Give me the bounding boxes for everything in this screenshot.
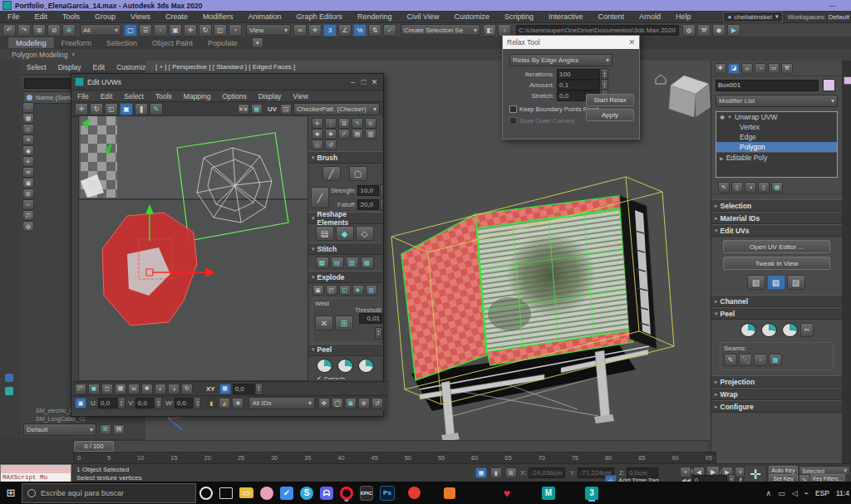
falloff-field[interactable]: 20,0 (357, 199, 379, 210)
filter-spacewarps-icon[interactable]: ≋ (22, 167, 34, 178)
menu-item[interactable]: Graph Editors (288, 12, 350, 21)
explorer-lock-icon[interactable]: ▤ (113, 424, 125, 435)
peel-reset-icon[interactable] (782, 323, 798, 337)
menu-item[interactable]: File (0, 12, 27, 21)
select-link-icon[interactable]: ⊞ (32, 24, 46, 37)
uvw-menu-item[interactable]: File (71, 92, 95, 100)
stitch-average-icon[interactable]: ▤ (331, 257, 344, 269)
ribbon-tab[interactable]: Populate (200, 37, 245, 48)
remove-modifier-icon[interactable]: ▯ (758, 182, 770, 193)
scale-icon[interactable]: ◱ (214, 24, 227, 37)
threshold-field[interactable]: 0,01 (359, 313, 382, 324)
uv-canvas[interactable] (78, 115, 308, 381)
tray-expand-icon[interactable]: ∧ (766, 489, 772, 497)
w-field[interactable]: 0,0 (175, 398, 194, 409)
peel-pin-icon[interactable] (358, 359, 374, 373)
modify-tab-icon[interactable]: ◪ (728, 63, 740, 74)
ribbon-config-icon[interactable]: ▾ (252, 37, 263, 48)
rollout-peel[interactable]: Peel (711, 307, 842, 320)
make-unique-icon[interactable]: ◑ (745, 182, 756, 193)
menu-item[interactable]: Civil View (400, 12, 447, 21)
menu-item[interactable]: Modifiers (195, 12, 241, 21)
freeze-icon[interactable]: ❋ (232, 398, 243, 409)
uvw-menu-item[interactable]: Edit (95, 92, 119, 100)
snap-cursor-icon[interactable]: ◭ (219, 398, 230, 409)
explorer-menu-item[interactable]: Display (52, 63, 87, 71)
edge-mode-icon[interactable]: ◻ (101, 384, 113, 394)
eye-icon[interactable]: ◉ (720, 114, 725, 120)
filter-cameras-icon[interactable]: ◉ (22, 145, 34, 156)
snap-toggle-icon[interactable]: 3 (323, 24, 337, 37)
strength-spinner[interactable] (380, 184, 382, 197)
paint-select-icon[interactable]: ↻ (181, 384, 193, 394)
weld-all-icon[interactable]: ⊞ (335, 316, 353, 330)
configure-stack-icon[interactable]: ▦ (771, 182, 783, 193)
keep-boundary-checkbox-row[interactable]: Keep Boundary Points Fixed (509, 105, 598, 113)
edit-named-selection-icon[interactable]: ✓ (383, 24, 396, 37)
orange-app-icon[interactable] (444, 487, 455, 499)
apply-button[interactable]: Apply (586, 109, 634, 121)
redo-icon[interactable]: ↷ (17, 24, 31, 37)
point-to-point-seam-icon[interactable]: ⋱ (739, 354, 752, 366)
stack-item-unwrap[interactable]: ◉ ▼ Unwrap UVW (716, 112, 837, 122)
qt-center-icon[interactable]: ⊙ (365, 118, 376, 129)
display-tab-icon[interactable]: ▭ (768, 63, 780, 74)
epic-games-icon[interactable]: EPIC (360, 486, 373, 501)
spinner-snap-icon[interactable]: ⇅ (368, 24, 381, 37)
material-id-dropdown[interactable]: All IDs (248, 397, 315, 409)
grid-size-field[interactable]: 0,0 (233, 384, 254, 394)
menu-item[interactable]: Help (668, 12, 699, 21)
show-map-icon[interactable]: ◲ (280, 104, 292, 115)
face-mode-icon[interactable]: ▦ (115, 384, 126, 394)
photoshop-icon[interactable]: Ps (380, 486, 395, 501)
qt-move-icon[interactable]: ✛ (312, 118, 323, 129)
rollout-material-ids[interactable]: Material IDs (711, 212, 842, 224)
stack-item-vertex[interactable]: Vertex (716, 122, 837, 132)
menu-item[interactable]: Rendering (350, 12, 400, 21)
reshape-rectangularize-icon[interactable]: ◇ (356, 226, 374, 241)
uv-mode-icon[interactable]: ▨ (787, 275, 805, 290)
save-corners-checkbox-row[interactable]: Save Outer Corners (509, 117, 575, 125)
selection-lock-icon[interactable]: ▮ (490, 467, 502, 478)
window-close-icon[interactable]: ✕ (369, 78, 380, 86)
grid-snap-icon[interactable]: ▦ (219, 384, 231, 394)
edit-uvws-titlebar[interactable]: Edit UVWs – □ ✕ (71, 74, 383, 91)
uvw-menu-item[interactable]: Select (118, 92, 150, 100)
volume-icon[interactable]: ◁ (792, 489, 798, 497)
grid-size-spinner[interactable] (255, 383, 263, 395)
threshold-spinner[interactable] (375, 327, 382, 340)
ribbon-tab[interactable]: Object Paint (145, 37, 200, 48)
filter-helpers-icon[interactable]: ✛ (22, 156, 34, 167)
menu-item[interactable]: Content (590, 12, 632, 21)
qt-align-v-icon[interactable]: ⋮ (325, 118, 337, 129)
reshape-straighten-icon[interactable]: ▤ (316, 226, 334, 241)
start-relax-button[interactable]: Start Relax (586, 94, 634, 106)
select-by-name-icon[interactable]: ☰ (139, 24, 152, 37)
zoom-region-icon[interactable]: ▣ (345, 398, 357, 409)
explode-by-material-icon[interactable]: ❖ (352, 285, 364, 296)
zoom-selected-icon[interactable]: ↺ (371, 398, 383, 409)
relax-titlebar[interactable]: Relax Tool ✕ (503, 36, 639, 49)
explode-by-smoothing-icon[interactable]: ◱ (339, 285, 351, 296)
relax-method-dropdown[interactable]: Relax By Edge Angles (509, 54, 612, 66)
isolate-selection-icon[interactable]: ▦ (475, 467, 487, 478)
clock[interactable]: 11:4 (836, 489, 851, 497)
maya-icon[interactable]: M (542, 487, 555, 500)
project-folder-field[interactable]: C:\Users\super\OneDrive\Documentos\3ds M… (516, 25, 679, 36)
workspace-value[interactable]: Default (829, 13, 849, 21)
minimize-icon[interactable]: — (829, 2, 837, 10)
language-indicator[interactable]: ESP (815, 489, 829, 497)
window-maximize-icon[interactable]: □ (358, 78, 369, 86)
filter-shapes-icon[interactable]: ◇ (22, 124, 34, 135)
select-object-icon[interactable]: ▢ (124, 24, 137, 37)
explorer-menu-item[interactable]: Edit (87, 63, 111, 71)
explorer-menu-item[interactable]: Select (21, 63, 52, 71)
nav-gizmo-icon[interactable]: ✛ (744, 465, 767, 483)
discord-icon[interactable]: ᗣ (320, 487, 333, 500)
texture-list-dropdown[interactable]: CheckerPatt. (Checker) (293, 103, 380, 115)
w-spinner[interactable] (194, 397, 201, 409)
user-account-button[interactable]: ● cheliabinskel ▾ (723, 12, 782, 22)
reference-coordinate-dropdown[interactable]: View (246, 24, 291, 36)
x-coordinate-field[interactable]: -24,036cm (529, 467, 565, 478)
qt-reset-icon[interactable]: ↺ (325, 139, 337, 150)
